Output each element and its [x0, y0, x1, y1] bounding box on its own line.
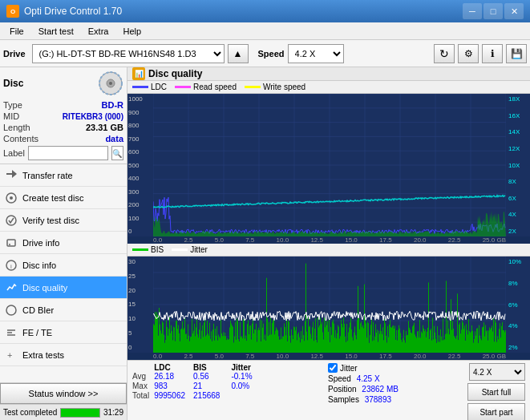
nav-item-verify-test-disc[interactable]: Verify test disc	[0, 209, 127, 232]
nav-item-disc-info[interactable]: i Disc info	[0, 254, 127, 277]
max-ldc: 983	[154, 382, 193, 391]
nav-item-extra-tests[interactable]: + Extra tests	[0, 344, 127, 366]
chart1-legend: LDC Read speed Write speed	[127, 81, 530, 94]
speed-stat-value: 4.25 X	[357, 374, 380, 383]
speed-stat-label: Speed	[328, 374, 351, 383]
eject-button[interactable]: ▲	[228, 44, 249, 63]
length-label: Length	[3, 123, 30, 132]
menu-bar: File Start test Extra Help	[0, 22, 530, 40]
status-text: Test completed	[3, 408, 57, 417]
nav-menu: Transfer rate Create test disc Verify te…	[0, 164, 127, 382]
status-window-button[interactable]: Status window >>	[0, 383, 127, 404]
drive-info-icon	[5, 236, 18, 249]
ldc-label: LDC	[151, 83, 167, 91]
total-bis: 215668	[193, 391, 225, 401]
jitter-checkbox-row: Jitter	[328, 363, 399, 373]
drive-select[interactable]: (G:) HL-DT-ST BD-RE WH16NS48 1.D3	[32, 44, 225, 63]
jitter-label: Jitter	[190, 245, 208, 254]
create-test-disc-icon	[5, 192, 18, 204]
drive-label: Drive	[3, 49, 26, 59]
avg-bis: 0.56	[193, 372, 225, 382]
type-value: BD-R	[102, 100, 124, 110]
bis-label: BIS	[151, 245, 164, 254]
menu-start-test[interactable]: Start test	[32, 25, 80, 38]
chart1-y-right: 18X16X14X12X10X8X6X4X2X	[508, 94, 530, 236]
svg-text:+: +	[7, 350, 12, 360]
save-button[interactable]: 💾	[506, 44, 527, 63]
cd-bier-icon	[5, 304, 18, 317]
chart-title: Disc quality	[148, 68, 202, 79]
position-row: Position 23862 MB	[328, 385, 399, 394]
maximize-button[interactable]: □	[483, 3, 503, 19]
nav-item-create-test-disc[interactable]: Create test disc	[0, 187, 127, 209]
speed-row: Speed 4.25 X	[328, 374, 399, 383]
write-speed-label: Write speed	[263, 83, 305, 91]
nav-item-fe-te[interactable]: FE / TE	[0, 321, 127, 344]
speed-dropdown[interactable]: 4.2 X	[469, 363, 525, 381]
avg-label: Avg	[132, 372, 154, 382]
jitter-check-label: Jitter	[340, 364, 358, 373]
nav-item-drive-info[interactable]: Drive info	[0, 232, 127, 254]
info-button[interactable]: ℹ	[482, 44, 503, 63]
start-part-button[interactable]: Start part	[467, 403, 525, 420]
speed-select-and-buttons: 4.2 X Start full Start part	[467, 363, 525, 420]
avg-jitter: -0.1%	[231, 372, 258, 382]
ldc-color	[132, 86, 148, 88]
read-speed-label: Read speed	[193, 83, 237, 91]
minimize-button[interactable]: ─	[463, 3, 482, 19]
bis-legend: BIS	[132, 245, 164, 254]
close-button[interactable]: ✕	[504, 3, 524, 19]
chart2-y-right: 10%8%6%4%2%	[508, 256, 530, 353]
chart2-x-axis: 0.02.55.07.510.012.515.017.520.022.525.0…	[127, 353, 530, 360]
speed-select[interactable]: 4.2 X	[288, 44, 344, 63]
read-speed-legend: Read speed	[175, 83, 237, 91]
write-speed-color	[245, 86, 261, 88]
start-full-button[interactable]: Start full	[467, 383, 525, 401]
read-speed-color	[175, 86, 191, 88]
menu-extra[interactable]: Extra	[82, 25, 115, 38]
settings-button[interactable]: ⚙	[458, 44, 479, 63]
svg-point-10	[9, 244, 10, 245]
extra-tests-icon: +	[5, 349, 18, 361]
chart1-x-axis: 0.02.55.07.510.012.515.017.520.022.525.0…	[127, 236, 530, 244]
chart2-canvas	[153, 256, 506, 353]
disc-info-icon: i	[5, 259, 18, 272]
progress-time: 31:29	[103, 408, 123, 417]
max-label: Max	[132, 382, 154, 391]
chart2-area: 302520151050 10%8%6%4%2%	[127, 256, 530, 353]
menu-file[interactable]: File	[3, 25, 30, 38]
max-bis: 21	[193, 382, 225, 391]
verify-test-disc-icon	[5, 214, 18, 227]
max-jitter: 0.0%	[231, 382, 258, 391]
stats-right: Jitter Speed 4.25 X Position 23862 MB Sa…	[328, 363, 399, 404]
transfer-rate-icon	[5, 169, 18, 182]
label-search-button[interactable]: 🔍	[111, 146, 123, 160]
samples-label: Samples	[328, 395, 359, 404]
progress-bar	[61, 409, 99, 417]
svg-text:i: i	[10, 263, 12, 270]
chart1-y-left: 10009008007006005004003002001000	[127, 94, 152, 236]
ldc-legend: LDC	[132, 83, 167, 91]
nav-item-transfer-rate[interactable]: Transfer rate	[0, 164, 127, 187]
refresh-button[interactable]: ↻	[434, 44, 455, 63]
bis-col-header: BIS	[193, 363, 225, 372]
nav-item-cd-bier[interactable]: CD BIer	[0, 299, 127, 321]
nav-item-disc-quality[interactable]: Disc quality	[0, 277, 127, 299]
app-icon: O	[6, 5, 19, 18]
avg-ldc: 26.18	[154, 372, 193, 382]
svg-rect-9	[7, 240, 15, 246]
length-value: 23.31 GB	[86, 123, 123, 132]
main-content: Disc Type BD-R MID RITEKBR3 (000) Length…	[0, 67, 530, 420]
chart1-canvas	[153, 94, 506, 236]
chart1-area: 10009008007006005004003002001000 18X16X1…	[127, 94, 530, 236]
disc-section: Disc Type BD-R MID RITEKBR3 (000) Length…	[0, 67, 127, 164]
jitter-checkbox[interactable]	[328, 363, 338, 373]
menu-help[interactable]: Help	[116, 25, 148, 38]
position-value: 23862 MB	[362, 385, 399, 394]
left-panel: Disc Type BD-R MID RITEKBR3 (000) Length…	[0, 67, 127, 420]
svg-point-2	[109, 82, 112, 85]
label-input[interactable]	[28, 146, 108, 160]
chart-header: 📊 Disc quality	[127, 67, 530, 81]
chart-header-icon: 📊	[132, 67, 145, 80]
jitter-col-header: Jitter	[231, 363, 258, 372]
